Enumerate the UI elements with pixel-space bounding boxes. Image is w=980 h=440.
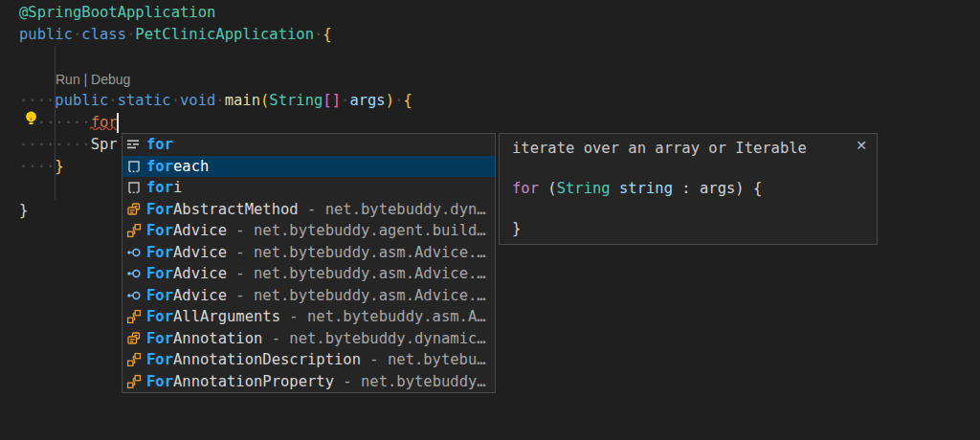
snippet-icon xyxy=(126,159,142,174)
suggestion-item[interactable]: ForAnnotationDescription - net.bytebu… xyxy=(122,349,495,371)
suggestion-item[interactable]: ForAllArguments - net.bytebuddy.asm.A… xyxy=(122,306,495,328)
code-editor-window: @SpringBootApplicationpublic·class·PetCl… xyxy=(0,0,980,440)
suggestion-item[interactable]: fori xyxy=(122,177,495,199)
suggestion-item[interactable]: ForAnnotationProperty - net.bytebuddy… xyxy=(122,371,495,393)
suggest-list: forforeachforiForAbstractMethod - net.by… xyxy=(122,134,495,392)
doc-content: iterate over an array or Iterablefor (St… xyxy=(512,139,877,239)
suggestion-item[interactable]: ForAdvice - net.bytebuddy.asm.Advice.… xyxy=(122,242,495,264)
suggestion-item[interactable]: ForAnnotation - net.bytebuddy.dynamic… xyxy=(122,328,495,350)
class-icon xyxy=(126,374,142,389)
code-line: ········Spr xyxy=(19,134,118,156)
code-line: } xyxy=(19,200,28,222)
class-icon xyxy=(126,352,142,367)
suggestion-item[interactable]: ForAbstractMethod - net.bytebuddy.dyn… xyxy=(122,199,495,221)
enum-icon xyxy=(126,202,142,217)
autocomplete-popup: forforeachforiForAbstractMethod - net.by… xyxy=(122,133,496,393)
doc-line: } xyxy=(512,219,877,239)
error-squiggle xyxy=(90,125,119,130)
doc-line: for (String string : args) { xyxy=(512,179,877,199)
interface-icon xyxy=(126,288,142,303)
codelens-debug-link[interactable]: Debug xyxy=(91,72,130,87)
suggestion-item[interactable]: for xyxy=(122,134,495,156)
interface-icon xyxy=(126,266,142,281)
suggestion-docs-panel: ✕ iterate over an array or Iterablefor (… xyxy=(499,133,878,245)
suggestion-item[interactable]: ForAdvice - net.bytebuddy.asm.Advice.… xyxy=(122,285,495,307)
interface-icon xyxy=(126,245,142,260)
code-line: public·class·PetClinicApplication·{ xyxy=(19,24,332,46)
suggestion-item[interactable]: ForAdvice - net.bytebuddy.asm.Advice.… xyxy=(122,263,495,285)
code-line: ····} xyxy=(19,156,64,178)
doc-line: iterate over an array or Iterable xyxy=(512,139,877,159)
doc-line xyxy=(512,199,877,219)
snippet-icon xyxy=(126,180,142,195)
doc-line xyxy=(512,159,877,179)
enum-icon xyxy=(126,331,142,346)
close-icon[interactable]: ✕ xyxy=(856,138,867,153)
class-icon xyxy=(126,309,142,324)
code-line: @SpringBootApplication xyxy=(19,2,215,24)
class-icon xyxy=(126,223,142,238)
code-line: ····public·static·void·main(String[]·arg… xyxy=(19,90,412,112)
keyword-icon xyxy=(126,137,142,152)
codelens: Run | Debug xyxy=(56,70,130,89)
codelens-run-link[interactable]: Run xyxy=(56,72,80,87)
lightbulb-icon[interactable] xyxy=(22,109,40,127)
codelens-separator: | xyxy=(80,72,91,87)
suggestion-item[interactable]: ForAdvice - net.bytebuddy.agent.build… xyxy=(122,220,495,242)
suggestion-item[interactable]: foreach xyxy=(122,156,495,178)
text-cursor xyxy=(117,113,119,133)
